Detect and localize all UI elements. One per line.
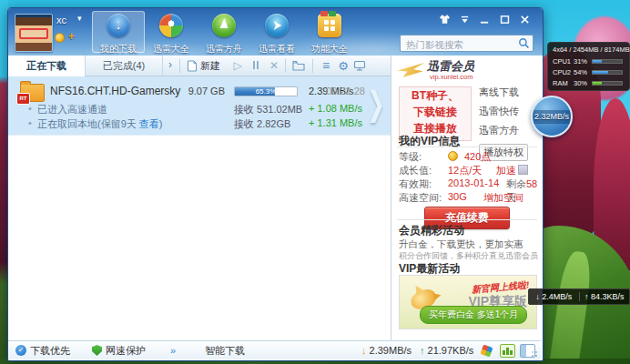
vip-expire-row: 有效期: 2013-01-14 剩余58 天 bbox=[399, 177, 540, 190]
skin-icon[interactable] bbox=[438, 13, 452, 25]
tab-more-icon[interactable]: › bbox=[168, 56, 172, 76]
nav-label: 迅雷大全 bbox=[146, 43, 197, 56]
up-arrow-icon: ↑ bbox=[584, 292, 589, 301]
username[interactable]: xc bbox=[56, 15, 66, 25]
nav-tab-xunlei-daquan[interactable]: 迅雷大全 bbox=[145, 11, 198, 53]
ram-meter: RAM 30% bbox=[553, 77, 625, 88]
task-row[interactable]: RT NFS16.CHT.HD-Gamersky 9.07 GB 65.3% 2… bbox=[8, 76, 391, 136]
nav-label: 迅雷看看 bbox=[251, 43, 302, 56]
add-space-link[interactable]: 增加空间 bbox=[483, 192, 523, 203]
speedup-icon[interactable] bbox=[518, 165, 528, 175]
nav-label: 功能大全 bbox=[304, 43, 355, 56]
start-task-icon[interactable]: ▷ bbox=[230, 56, 245, 76]
total-upload-speed: ↑ 21.97KB/s bbox=[420, 341, 473, 359]
speedup-link[interactable]: 加速 bbox=[496, 165, 516, 176]
bullet-icon: • bbox=[28, 103, 32, 114]
divider bbox=[397, 219, 537, 220]
task-progress-bar: 65.3% bbox=[234, 86, 298, 96]
nav-label: 迅雷方舟 bbox=[198, 43, 249, 56]
floating-speed-bubble[interactable]: 2.32MB/s bbox=[531, 96, 573, 137]
speed-protection-toggle[interactable]: 网速保护 bbox=[92, 341, 146, 359]
tab-finished[interactable]: 已完成(4) bbox=[86, 56, 163, 76]
close-icon[interactable] bbox=[518, 13, 532, 25]
link-fangzhou[interactable]: 迅雷方舟 bbox=[479, 124, 528, 137]
banner-carousel-dots bbox=[391, 333, 543, 340]
cpu2-meter: CPU2 54% bbox=[553, 66, 625, 77]
smart-download-button[interactable]: 智能下载 bbox=[205, 341, 245, 359]
coin-plus-icon[interactable]: + bbox=[68, 30, 75, 43]
tab-downloading[interactable]: 正在下载 bbox=[8, 56, 86, 76]
net-down: ↓ 2.4MB/s bbox=[529, 292, 579, 301]
promo-line: BT种子、 bbox=[400, 87, 471, 104]
avatar[interactable] bbox=[15, 14, 53, 52]
vip-expire-value: 2013-01-14 bbox=[448, 177, 499, 188]
avatar-glasses bbox=[19, 28, 48, 39]
nav-tab-xunlei-kankan[interactable]: 迅雷看看 bbox=[250, 11, 303, 53]
offline-status: 正在取回本地(保留9天 查看) bbox=[37, 117, 163, 131]
up-arrow-icon: ↑ bbox=[420, 345, 425, 356]
window-controls bbox=[438, 13, 532, 25]
new-task-button[interactable]: 新建 bbox=[187, 56, 220, 76]
new-task-label: 新建 bbox=[200, 56, 220, 76]
gongneng-daquan-icon bbox=[318, 14, 341, 37]
nav-tab-gongneng-daquan[interactable]: 功能大全 bbox=[303, 11, 356, 53]
coin-icon[interactable] bbox=[55, 33, 65, 43]
nav-tab-my-downloads[interactable]: ↓ 我的下载 bbox=[92, 11, 145, 53]
nav-tab-xunlei-fangzhou[interactable]: 迅雷方舟 bbox=[198, 11, 250, 53]
pause-task-icon[interactable] bbox=[249, 56, 263, 76]
download-priority-toggle[interactable]: ✓ 下载优先 bbox=[15, 341, 70, 359]
search-box bbox=[400, 35, 533, 52]
new-doc-icon bbox=[187, 60, 198, 72]
view-list-icon[interactable]: ≡ bbox=[319, 56, 333, 76]
layout-panel-icon[interactable] bbox=[520, 344, 535, 358]
vip-promo-box[interactable]: BT种子、 下载链接 直接播放 bbox=[399, 86, 472, 141]
window-header: xc ▾ + ↓ 我的下载 迅雷大全 迅雷方舟 迅雷看 bbox=[8, 8, 543, 56]
vip-banner[interactable]: 新官网上线啦! VIP尊享版 买年费白金 多送1个月 bbox=[399, 275, 537, 329]
resize-grip[interactable] bbox=[535, 355, 537, 357]
user-dropdown-icon[interactable]: ▾ bbox=[77, 14, 82, 23]
offline-received: 接收 2.82GB bbox=[234, 117, 290, 131]
task-name: NFS16.CHT.HD-Gamersky bbox=[50, 85, 180, 97]
vip-site-url[interactable]: vip.xunlei.com bbox=[430, 73, 473, 81]
task-expand-icon[interactable]: ❯ bbox=[367, 85, 385, 123]
task-time-left: 00:22:28 bbox=[326, 86, 365, 96]
activity-title: 会员精彩活动 bbox=[399, 223, 464, 238]
xunlei-window: xc ▾ + ↓ 我的下载 迅雷大全 迅雷方舟 迅雷看 bbox=[7, 7, 544, 361]
vip-level-row: 等级: 420点 bbox=[399, 150, 540, 163]
net-up: ↑ 84.3KB/s bbox=[579, 292, 630, 301]
task-folder-icon: RT bbox=[20, 84, 45, 102]
link-offline-download[interactable]: 离线下载 bbox=[479, 86, 528, 99]
down-arrow-icon: ↓ bbox=[535, 292, 540, 301]
statusbar-expand-icon[interactable]: » bbox=[170, 341, 176, 359]
bubble-speed-label: 2.32MB/s bbox=[533, 112, 571, 121]
system-monitor-widget: 4x64 / 2454MB / 8174MB CPU1 31% CPU2 54%… bbox=[547, 42, 630, 91]
highspeed-received: 接收 531.02MB bbox=[234, 103, 302, 116]
settings-gear-icon[interactable]: ⚙ bbox=[336, 56, 351, 76]
network-speed-widget: ↓ 2.4MB/s ↑ 84.3KB/s bbox=[528, 288, 630, 305]
search-icon[interactable] bbox=[518, 37, 530, 49]
speed-chart-icon[interactable] bbox=[500, 344, 515, 358]
view-link[interactable]: 查看 bbox=[139, 118, 159, 129]
maximize-icon[interactable] bbox=[498, 13, 512, 25]
pinwheel-icon[interactable] bbox=[480, 344, 493, 357]
vip-space-value: 30G bbox=[448, 191, 467, 202]
vip-logo-icon bbox=[397, 63, 424, 77]
download-priority-label: 下载优先 bbox=[30, 341, 70, 359]
task-progress-label: 65.3% bbox=[235, 87, 297, 96]
banner-buy-button[interactable]: 买年费白金 多送1个月 bbox=[420, 306, 527, 324]
minimize-icon[interactable] bbox=[478, 13, 492, 25]
menu-dropdown-icon[interactable] bbox=[458, 13, 472, 25]
status-bar: ✓ 下载优先 网速保护 » 智能下载 ↓ 2.39MB/s ↑ 21.97KB/… bbox=[8, 340, 541, 359]
vip-panel: 迅雷会员 vip.xunlei.com BT种子、 下载链接 直接播放 离线下载… bbox=[391, 56, 543, 340]
cpu1-bar bbox=[592, 59, 623, 64]
activity-line-1[interactable]: 升白金，下载更快，更加实惠 bbox=[399, 238, 523, 251]
vip-level-value: 420点 bbox=[464, 150, 491, 164]
link-kuaichuan[interactable]: 迅雷快传 bbox=[479, 105, 528, 118]
search-input[interactable] bbox=[404, 36, 517, 52]
total-download-speed: ↓ 2.39MB/s bbox=[361, 341, 412, 359]
delete-task-icon[interactable]: ✕ bbox=[267, 56, 281, 76]
speed-protection-label: 网速保护 bbox=[106, 341, 146, 359]
vip-growth-value: 12点/天 bbox=[448, 164, 482, 177]
shield-icon bbox=[92, 345, 102, 356]
bullet-icon: • bbox=[28, 117, 32, 128]
